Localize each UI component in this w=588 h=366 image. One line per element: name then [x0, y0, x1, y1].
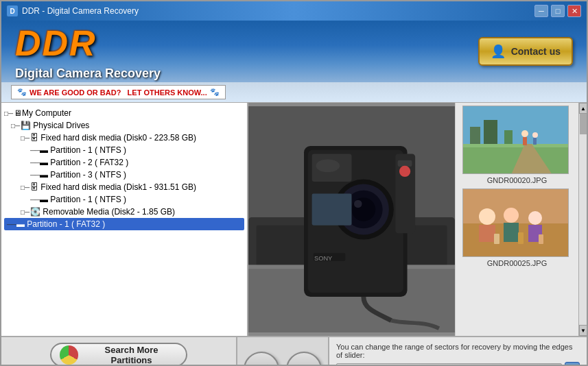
search-partitions-icon — [60, 345, 78, 365]
disk0-icon: 🗄 — [30, 133, 38, 143]
svg-rect-14 — [312, 193, 352, 225]
svg-rect-25 — [484, 120, 497, 144]
svg-rect-17 — [398, 160, 412, 167]
next-button[interactable]: ▶ — [286, 352, 322, 366]
svg-rect-22 — [463, 144, 569, 147]
next-icon: ▶ — [298, 361, 310, 366]
slider-row: ? — [336, 362, 580, 366]
d2p1-expand: ── — [7, 221, 15, 228]
d1p1-icon: ▬ — [40, 195, 48, 204]
tree-disk0-part2[interactable]: ── ▬ Partition - 2 ( FAT32 ) — [4, 156, 244, 169]
banner[interactable]: 🐾 WE ARE GOOD OR BAD? LET OTHERS KNOW...… — [1, 82, 587, 103]
thumb2-svg — [463, 189, 569, 257]
computer-icon: 🖥 — [14, 108, 22, 118]
contact-button[interactable]: 👤 Contact us — [478, 37, 573, 66]
d2p1-icon: ▬ — [16, 219, 25, 229]
maximize-button[interactable]: □ — [551, 5, 565, 17]
d0p3-icon: ▬ — [40, 170, 48, 180]
thumbnail-scrollbar[interactable]: ▲ ▼ — [578, 103, 587, 336]
tree-disk1-part1[interactable]: ── ▬ Partition - 1 ( NTFS ) — [4, 193, 244, 206]
title-bar-left: D DDR - Digital Camera Recovery — [7, 5, 139, 16]
right-panel-wrapper: SONY — [248, 103, 587, 336]
svg-rect-40 — [518, 232, 524, 244]
svg-point-19 — [316, 160, 340, 173]
banner-text: 🐾 WE ARE GOOD OR BAD? LET OTHERS KNOW...… — [11, 85, 226, 99]
thumbnail-label-2: GNDR00025.JPG — [462, 259, 572, 267]
app-icon: D — [7, 5, 18, 16]
disk1-icon: 🗄 — [30, 182, 38, 192]
banner-line1: WE ARE GOOD OR BAD? — [30, 88, 121, 97]
tree-disk0[interactable]: □─ 🗄 Fixed hard disk media (Disk0 - 223.… — [4, 132, 244, 144]
sector-slider-panel: You can change the range of sectors for … — [329, 337, 587, 366]
navigation-controls: ◀ ▶ — [237, 337, 329, 366]
tree-root-label: My Computer — [22, 108, 71, 118]
banner-icon-right: 🐾 — [210, 88, 220, 97]
tree-disk2[interactable]: □─ 💽 Removable Media (Disk2 - 1.85 GB) — [4, 206, 244, 218]
scroll-up-button[interactable]: ▲ — [579, 103, 587, 114]
svg-rect-30 — [533, 138, 537, 145]
drives-icon: 💾 — [21, 121, 31, 130]
svg-point-37 — [528, 211, 542, 225]
tree-disk0-part3[interactable]: ── ▬ Partition - 3 ( NTFS ) — [4, 169, 244, 181]
tree-d0p1-label: Partition - 1 ( NTFS ) — [48, 145, 126, 155]
app-subtitle: Digital Camera Recovery — [15, 66, 161, 81]
tree-disk0-label: Fixed hard disk media (Disk0 - 223.58 GB… — [38, 133, 196, 143]
svg-rect-41 — [539, 234, 543, 244]
svg-rect-28 — [523, 137, 527, 145]
thumbnail-image-1 — [462, 106, 569, 174]
bottom-area: Search More Partitions ↻ Refresh Drive L… — [1, 336, 587, 366]
header-branding: DDR Digital Camera Recovery — [15, 23, 161, 81]
svg-point-27 — [521, 130, 528, 137]
scroll-track[interactable] — [579, 114, 587, 325]
banner-line2: LET OTHERS KNOW... — [128, 88, 207, 97]
disk1-expand: □─ — [21, 184, 29, 191]
thumbnail-label-1: GNDR00020.JPG — [462, 176, 572, 184]
header: DDR Digital Camera Recovery 👤 Contact us — [1, 21, 587, 82]
close-button[interactable]: ✕ — [567, 5, 581, 17]
tree-physical-drives[interactable]: □─ 💾 Physical Drives — [4, 119, 244, 132]
svg-point-12 — [354, 200, 362, 208]
preview-panel: SONY — [248, 103, 455, 336]
tree-disk0-part1[interactable]: ── ▬ Partition - 1 ( NTFS ) — [4, 144, 244, 156]
contact-label: Contact us — [511, 46, 561, 57]
tree-root[interactable]: □─ 🖥 My Computer — [4, 107, 244, 119]
thumbnail-list[interactable]: GNDR00020.JPG — [455, 103, 578, 336]
prev-icon: ◀ — [256, 361, 268, 366]
tree-d0p2-label: Partition - 2 ( FAT32 ) — [48, 158, 128, 167]
tree-disk1-label: Fixed hard disk media (Disk1 - 931.51 GB… — [38, 182, 196, 192]
title-bar-text: DDR - Digital Camera Recovery — [22, 6, 139, 16]
slider-track[interactable] — [336, 363, 562, 366]
drive-tree-panel[interactable]: □─ 🖥 My Computer □─ 💾 Physical Drives □─… — [1, 103, 248, 336]
svg-rect-36 — [504, 223, 519, 242]
svg-point-18 — [399, 166, 410, 177]
contact-icon: 👤 — [491, 44, 506, 59]
scroll-thumb[interactable] — [580, 114, 587, 134]
tree-disk2-label: Removable Media (Disk2 - 1.85 GB) — [40, 207, 175, 217]
d0p1-icon: ▬ — [40, 145, 48, 155]
logo-text: DDR — [15, 23, 161, 64]
search-partitions-label: Search More Partitions — [85, 345, 178, 365]
action-buttons-panel: Search More Partitions ↻ Refresh Drive L… — [1, 337, 237, 366]
tree-disk1[interactable]: □─ 🗄 Fixed hard disk media (Disk1 - 931.… — [4, 181, 244, 193]
svg-rect-26 — [504, 130, 513, 144]
tree-d0p3-label: Partition - 3 ( NTFS ) — [48, 170, 126, 180]
tree-disk2-part1[interactable]: ── ▬ Partition - 1 ( FAT32 ) — [4, 218, 244, 230]
scroll-down-button[interactable]: ▼ — [579, 325, 587, 336]
svg-point-35 — [504, 208, 519, 223]
thumbnails-panel: GNDR00020.JPG — [455, 103, 587, 336]
thumbnail-item-2[interactable]: GNDR00025.JPG — [462, 188, 572, 267]
svg-point-33 — [479, 208, 495, 225]
svg-rect-34 — [479, 225, 495, 242]
minimize-button[interactable]: ─ — [534, 5, 548, 17]
svg-text:SONY: SONY — [314, 255, 332, 262]
slider-description: You can change the range of sectors for … — [336, 343, 580, 359]
disk2-icon: 💽 — [30, 207, 40, 217]
title-bar: D DDR - Digital Camera Recovery ─ □ ✕ — [1, 1, 587, 21]
svg-rect-39 — [494, 234, 499, 244]
main-content: □─ 🖥 My Computer □─ 💾 Physical Drives □─… — [1, 103, 587, 336]
help-button[interactable]: ? — [565, 362, 580, 366]
search-partitions-button[interactable]: Search More Partitions — [50, 343, 187, 366]
prev-button[interactable]: ◀ — [244, 352, 279, 366]
thumbnail-item-1[interactable]: GNDR00020.JPG — [462, 106, 572, 184]
d0p2-icon: ▬ — [40, 158, 48, 167]
